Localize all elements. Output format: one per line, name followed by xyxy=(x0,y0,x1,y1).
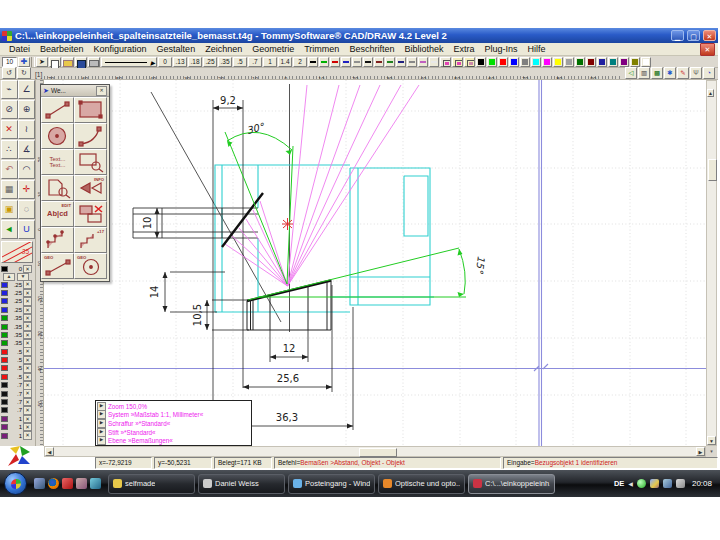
horizontal-ruler[interactable]: -70-60-50-40-30-20-100102030405060708090 xyxy=(44,67,622,79)
pen-delete-icon[interactable]: ✕ xyxy=(23,356,32,365)
color-swatch-button[interactable] xyxy=(553,57,563,67)
pen-width-button[interactable]: 0 xyxy=(158,57,172,67)
print-button[interactable] xyxy=(88,57,100,67)
clock[interactable]: 20:08 xyxy=(692,479,712,488)
media-icon[interactable] xyxy=(62,478,73,489)
taskbar-button[interactable]: Posteingang - Wind... xyxy=(288,474,375,494)
pen-width-button[interactable]: .7 xyxy=(248,57,262,67)
tool-delete-object-button[interactable] xyxy=(74,201,107,227)
menu-item[interactable]: Gestalten xyxy=(152,44,201,54)
mail-icon[interactable] xyxy=(76,478,87,489)
color-swatch-button[interactable] xyxy=(608,57,618,67)
line-style-button[interactable] xyxy=(330,57,340,67)
pen-row[interactable]: .25 ✕ xyxy=(0,280,36,288)
pen-row[interactable]: 1 ✕ xyxy=(0,423,36,431)
tool-arc-button[interactable] xyxy=(74,123,107,149)
maximize-button[interactable]: ▢ xyxy=(687,30,700,41)
pen-width-button[interactable]: 1 xyxy=(263,57,277,67)
pen-delete-icon[interactable]: ✕ xyxy=(23,280,32,289)
color-swatch-button[interactable] xyxy=(564,57,574,67)
tray-expand-icon[interactable]: ◀ xyxy=(628,480,633,487)
pen-delete-icon[interactable]: ✕ xyxy=(23,306,32,315)
taskbar-button[interactable]: selfmade xyxy=(108,474,195,494)
line-style-button[interactable] xyxy=(418,57,428,67)
line-style-button[interactable] xyxy=(341,57,351,67)
view-tool-icon[interactable]: ▩ xyxy=(651,67,663,79)
menu-item[interactable]: Datei xyxy=(4,44,35,54)
toolbox-titlebar[interactable]: ➤ We... ✕ xyxy=(41,85,109,97)
pen-delete-icon[interactable]: ✕ xyxy=(23,389,32,398)
pen-width-button[interactable]: .18 xyxy=(188,57,202,67)
sidebar-tool-button[interactable]: ✕ xyxy=(1,120,18,139)
tool-copy-polygon-button[interactable]: +17 xyxy=(74,227,107,253)
menu-item[interactable]: Trimmen xyxy=(299,44,344,54)
taskbar-button[interactable]: C:\...\einkoppeleinh... xyxy=(468,474,555,494)
sidebar-tool-button[interactable]: ⊘ xyxy=(1,100,18,119)
color-swatch-button[interactable] xyxy=(531,57,541,67)
taskbar-button[interactable]: Optische und opto... xyxy=(378,474,465,494)
pen-row[interactable]: .5 ✕ xyxy=(0,348,36,356)
pen-delete-icon[interactable]: ✕ xyxy=(23,347,32,356)
pen-delete-icon[interactable]: ✕ xyxy=(23,373,32,382)
sidebar-tool-button[interactable]: ▣ xyxy=(1,200,18,219)
start-button[interactable] xyxy=(4,472,27,495)
new-file-button[interactable] xyxy=(49,57,61,67)
sidebar-tool-button[interactable]: ∠ xyxy=(18,80,35,99)
sidebar-tool-button[interactable]: ≀ xyxy=(18,120,35,139)
menu-item[interactable]: Extra xyxy=(448,44,479,54)
tool-measure-circle-button[interactable]: GEO xyxy=(74,253,107,279)
pen-row[interactable]: .35 ✕ xyxy=(0,314,36,322)
vertical-scrollbar[interactable]: ▲ ▼ xyxy=(706,80,717,446)
scroll-left-icon[interactable]: ◀ xyxy=(45,447,54,456)
drawing-canvas[interactable]: 9,2 10 14 10,5 12 25,6 36,3 30° 15° xyxy=(44,80,706,446)
tool-line-button[interactable] xyxy=(41,97,74,123)
tool-circle-button[interactable] xyxy=(41,123,74,149)
tool-info-button[interactable]: INFO xyxy=(74,175,107,201)
tray-status-icon[interactable] xyxy=(637,479,646,488)
menu-item[interactable]: Zeichnen xyxy=(200,44,247,54)
tool-zoom-window-button[interactable] xyxy=(74,149,107,175)
sidebar-tool-button[interactable]: ↶ xyxy=(1,160,18,179)
cad-drawing[interactable]: 9,2 10 14 10,5 12 25,6 36,3 30° 15° xyxy=(44,80,706,446)
color-swatch-button[interactable] xyxy=(630,57,640,67)
horizontal-scrollbar[interactable]: ◀ ▶ xyxy=(44,446,706,457)
fill-corner-button[interactable] xyxy=(440,57,451,67)
line-style-button[interactable] xyxy=(407,57,417,67)
color-swatch-button[interactable] xyxy=(641,57,651,67)
select-tool-button[interactable]: ➤ xyxy=(36,57,48,67)
document-close-icon[interactable]: ✕ xyxy=(700,43,715,56)
pen-list-scroll[interactable]: ▲▼ xyxy=(0,273,35,280)
undo-icon[interactable]: ↺ xyxy=(2,67,16,79)
sidebar-tool-button[interactable]: ⌁ xyxy=(1,80,18,99)
pen-row[interactable]: 1 ✕ xyxy=(0,431,36,439)
language-indicator[interactable]: DE xyxy=(614,479,624,488)
save-file-button[interactable] xyxy=(75,57,87,67)
menu-item[interactable]: Hilfe xyxy=(522,44,550,54)
tool-rectangle-button[interactable] xyxy=(74,97,107,123)
toolbox-close-icon[interactable]: ✕ xyxy=(96,86,107,96)
sidebar-tool-button[interactable]: ⊕ xyxy=(18,100,35,119)
vertical-scroll-thumb[interactable] xyxy=(708,159,717,181)
color-swatch-button[interactable] xyxy=(520,57,530,67)
pen-row[interactable]: .7 ✕ xyxy=(0,389,36,397)
line-style-button[interactable] xyxy=(319,57,329,67)
scroll-up-icon[interactable]: ▲ xyxy=(707,89,714,97)
sidebar-tool-button[interactable]: ▦ xyxy=(1,180,18,199)
pen-width-button[interactable]: .25 xyxy=(203,57,217,67)
scroll-down-icon[interactable]: ▼ xyxy=(707,436,716,445)
color-swatch-button[interactable] xyxy=(542,57,552,67)
firefox-icon[interactable] xyxy=(48,478,59,489)
pen-width-button[interactable]: .35 xyxy=(218,57,232,67)
pen-row[interactable]: 1 ✕ xyxy=(0,415,36,423)
move-grid-icon[interactable]: ✚ xyxy=(18,57,30,67)
color-swatch-button[interactable] xyxy=(498,57,508,67)
redo-icon[interactable]: ↻ xyxy=(17,67,31,79)
scroll-right-icon[interactable]: ▶ xyxy=(696,447,705,456)
pen-delete-icon[interactable]: ✕ xyxy=(23,381,32,390)
color-swatch-button[interactable] xyxy=(487,57,497,67)
color-swatch-button[interactable] xyxy=(586,57,596,67)
color-swatch-button[interactable] xyxy=(476,57,486,67)
line-style-button[interactable] xyxy=(352,57,362,67)
line-style-button[interactable] xyxy=(308,57,318,67)
color-swatch-button[interactable] xyxy=(575,57,585,67)
